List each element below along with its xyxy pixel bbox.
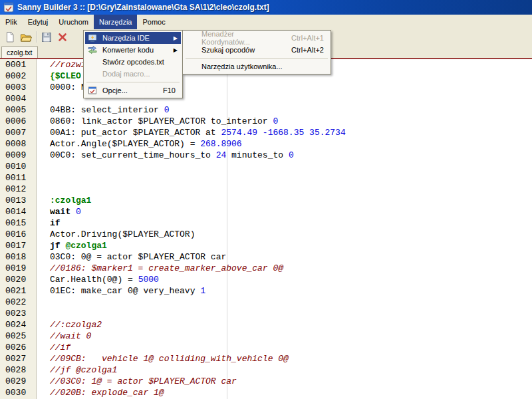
menu-plik[interactable]: Plik <box>0 15 23 29</box>
code-text: 04BB: select_interior 0 <box>50 104 169 116</box>
code-line[interactable]: 0024//:czolga2 <box>0 319 532 331</box>
code-line[interactable]: 000504BB: select_interior 0 <box>0 104 532 116</box>
menu-pomoc[interactable]: Pomoc <box>137 15 170 29</box>
menu-item-label: Dodaj macro... <box>102 70 150 78</box>
close-file-button[interactable] <box>55 30 70 45</box>
code-line[interactable]: 0023 <box>0 308 532 319</box>
line-number: 0030 <box>5 387 26 398</box>
code-line[interactable]: 0016Actor.Driving($PLAYER_ACTOR) <box>0 229 532 240</box>
save-floppy-icon <box>41 31 53 43</box>
code-text: 01EC: make_car 0@ very_heavy 1 <box>50 285 205 297</box>
code-text: Actor.Angle($PLAYER_ACTOR) = 268.8906 <box>50 138 242 150</box>
code-text: wait 0 <box>50 206 81 217</box>
menu-item-narzedzia-uzytkownika[interactable]: Narzędzia użytkownika... <box>184 61 329 72</box>
code-line[interactable]: 0028//jf @czolga1 <box>0 364 532 376</box>
menu-item-szukaj-opcodow[interactable]: Szukaj opcodów Ctrl+Alt+2 <box>184 44 329 56</box>
menu-edytuj[interactable]: Edytuj <box>23 15 54 29</box>
menu-narzedzia[interactable]: Narzędzia <box>94 15 138 29</box>
line-number: 0023 <box>5 308 26 319</box>
menu-item-konwerter-kodu[interactable]: Konwerter kodu ▶ <box>85 44 181 56</box>
code-line[interactable]: 0017jf @czolga1 <box>0 240 532 251</box>
code-text: 00A1: put_actor $PLAYER_ACTOR at 2574.49… <box>50 127 346 138</box>
line-number: 0006 <box>5 116 26 127</box>
code-line[interactable]: 00060860: link_actor $PLAYER_ACTOR to_in… <box>0 116 532 127</box>
line-number: 0012 <box>5 184 26 195</box>
code-line[interactable]: 0015if <box>0 217 532 229</box>
open-file-button[interactable] <box>18 30 34 45</box>
line-number: 0019 <box>5 263 26 274</box>
code-line[interactable]: 0011 <box>0 172 532 184</box>
code-text: if <box>50 217 61 229</box>
code-line[interactable]: 0026//if <box>0 342 532 353</box>
code-line[interactable]: 0030//020B: explode_car 1@ <box>0 387 532 398</box>
menu-item-label: Narzędzia IDE <box>102 34 150 42</box>
code-line[interactable]: 000700A1: put_actor $PLAYER_ACTOR at 257… <box>0 127 532 138</box>
code-text: //jf @czolga1 <box>50 364 117 376</box>
app-icon[interactable] <box>3 2 14 13</box>
code-converter-icon <box>88 45 97 55</box>
code-text: 00C0: set_current_time_hours_to 24 minut… <box>50 150 294 161</box>
code-line[interactable]: 002101EC: make_car 0@ very_heavy 1 <box>0 285 532 297</box>
code-line[interactable]: 0004 <box>0 93 532 104</box>
code-text: Actor.Driving($PLAYER_ACTOR) <box>50 229 195 240</box>
code-text: jf @czolga1 <box>50 240 107 251</box>
tab-czolg-txt[interactable]: czolg.txt <box>1 46 38 58</box>
code-line[interactable]: 0012 <box>0 184 532 195</box>
code-line[interactable]: 0010 <box>0 161 532 172</box>
code-text: //020B: explode_car 1@ <box>50 387 164 398</box>
ide-submenu: Menadżer Koordynatów... Ctrl+Alt+1 Szuka… <box>182 30 331 74</box>
line-number: 0010 <box>5 161 26 172</box>
code-line[interactable]: 0029//03C0: 1@ = actor $PLAYER_ACTOR car <box>0 376 532 387</box>
menu-item-opcje[interactable]: Opcje... F10 <box>85 84 181 96</box>
line-number: 0004 <box>5 93 26 104</box>
code-line[interactable]: 001803C0: 0@ = actor $PLAYER_ACTOR car <box>0 251 532 263</box>
toolbar-separator <box>36 31 37 43</box>
code-text: Car.Health(0@) = 5000 <box>50 274 159 285</box>
code-line[interactable]: 0022 <box>0 297 532 308</box>
line-number: 0016 <box>5 229 26 240</box>
code-line[interactable]: 0019//0186: $marker1 = create_marker_abo… <box>0 263 532 274</box>
ide-tools-icon <box>88 33 97 43</box>
code-line[interactable]: 0013:czolga1 <box>0 195 532 206</box>
line-number: 0024 <box>5 319 26 331</box>
line-number: 0015 <box>5 217 26 229</box>
code-text: //03C0: 1@ = actor $PLAYER_ACTOR car <box>50 376 237 387</box>
menu-item-shortcut: F10 <box>154 86 176 94</box>
close-x-icon <box>57 31 68 43</box>
options-icon <box>88 86 97 95</box>
line-number: 0013 <box>5 195 26 206</box>
code-line[interactable]: 000900C0: set_current_time_hours_to 24 m… <box>0 150 532 161</box>
line-number: 0018 <box>5 251 26 263</box>
code-line[interactable]: 0027//09CB: vehicle 1@ colliding_with_ve… <box>0 353 532 364</box>
save-file-button <box>39 30 55 45</box>
code-text: //rozwi <box>50 59 86 70</box>
code-editor[interactable]: 0001//rozwi0002{$CLEO00030000: N00040005… <box>0 59 532 399</box>
new-file-icon <box>4 31 16 43</box>
line-number: 0026 <box>5 342 26 353</box>
menu-item-stworz-opcodes[interactable]: Stwórz opcodes.txt <box>85 56 181 68</box>
line-number: 0027 <box>5 353 26 364</box>
code-text: 0000: N <box>50 82 86 93</box>
code-text: //wait 0 <box>50 331 91 342</box>
code-text: //:czolga2 <box>50 319 102 331</box>
code-text: {$CLEO <box>50 70 81 82</box>
line-number: 0021 <box>5 285 26 297</box>
menu-uruchom[interactable]: Uruchom <box>53 15 94 29</box>
code-line[interactable]: 0008Actor.Angle($PLAYER_ACTOR) = 268.890… <box>0 138 532 150</box>
code-line[interactable]: 0025//wait 0 <box>0 331 532 342</box>
code-text: 03C0: 0@ = actor $PLAYER_ACTOR car <box>50 251 226 263</box>
line-number: 0008 <box>5 138 26 150</box>
menu-separator <box>186 58 328 59</box>
code-line[interactable]: 0020Car.Health(0@) = 5000 <box>0 274 532 285</box>
code-line[interactable]: 00030000: N <box>0 82 532 93</box>
menu-item-narzedzia-ide[interactable]: Narzędzia IDE ▶ <box>85 32 181 44</box>
new-file-button[interactable] <box>2 30 18 45</box>
code-line[interactable]: 0014wait 0 <box>0 206 532 217</box>
menu-item-label: Narzędzia użytkownika... <box>201 63 283 70</box>
line-number: 0014 <box>5 206 26 217</box>
menu-item-shortcut: Ctrl+Alt+2 <box>282 46 324 54</box>
line-number: 0025 <box>5 331 26 342</box>
line-number: 0022 <box>5 297 26 308</box>
code-text: //if <box>50 342 70 353</box>
menu-separator <box>86 82 180 82</box>
